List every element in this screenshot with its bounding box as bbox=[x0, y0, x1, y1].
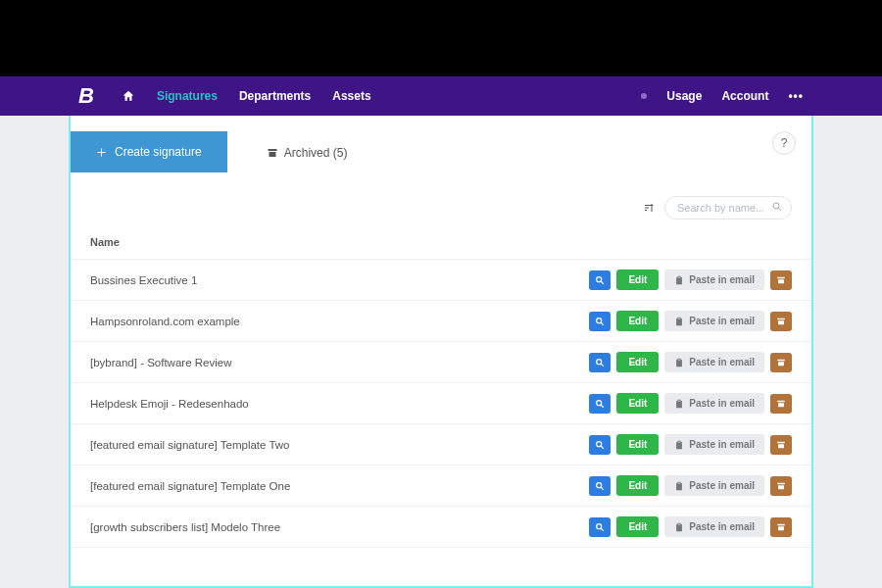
nav-departments[interactable]: Departments bbox=[239, 89, 311, 103]
row-actions: Edit Paste in email bbox=[589, 434, 792, 455]
row-actions: Edit Paste in email bbox=[589, 352, 792, 372]
nav-assets[interactable]: Assets bbox=[332, 89, 370, 103]
table-row: Bussines Executive 1 Edit Paste in email bbox=[71, 260, 811, 301]
table-row: [featured email signature] Template Two … bbox=[71, 424, 811, 466]
nav-signatures[interactable]: Signatures bbox=[157, 89, 218, 103]
nav-right: Usage Account ••• bbox=[641, 89, 804, 103]
archive-button[interactable] bbox=[770, 312, 792, 331]
create-label: Create signature bbox=[115, 145, 202, 159]
edit-button[interactable]: Edit bbox=[616, 311, 659, 331]
magnify-icon bbox=[595, 317, 605, 326]
sort-icon[interactable] bbox=[643, 202, 655, 214]
magnify-icon bbox=[595, 522, 605, 532]
view-button[interactable] bbox=[589, 435, 611, 455]
archive-box-icon bbox=[776, 522, 786, 532]
column-name: Name bbox=[90, 236, 120, 248]
nav-usage[interactable]: Usage bbox=[666, 89, 702, 103]
signatures-card: Create signature Archived (5) ? N bbox=[69, 116, 813, 588]
paste-button[interactable]: Paste in email bbox=[664, 311, 764, 331]
paste-icon bbox=[674, 522, 684, 532]
edit-button[interactable]: Edit bbox=[616, 393, 659, 414]
magnify-icon bbox=[595, 399, 605, 409]
view-button[interactable] bbox=[589, 517, 611, 537]
signature-name: [growth subscribers list] Modelo Three bbox=[90, 521, 280, 533]
archive-button[interactable] bbox=[770, 517, 792, 537]
edit-label: Edit bbox=[628, 439, 647, 450]
svg-line-3 bbox=[602, 281, 605, 284]
archive-button[interactable] bbox=[770, 394, 792, 414]
archive-box-icon bbox=[776, 399, 786, 409]
nav-account[interactable]: Account bbox=[721, 89, 768, 103]
paste-label: Paste in email bbox=[689, 316, 755, 326]
svg-line-13 bbox=[602, 487, 605, 490]
row-actions: Edit Paste in email bbox=[589, 311, 792, 331]
archive-button[interactable] bbox=[770, 270, 792, 290]
edit-label: Edit bbox=[628, 316, 647, 326]
magnify-icon bbox=[595, 358, 605, 368]
edit-label: Edit bbox=[628, 521, 647, 532]
magnify-icon bbox=[595, 440, 605, 450]
edit-button[interactable]: Edit bbox=[616, 475, 659, 496]
row-actions: Edit Paste in email bbox=[589, 393, 792, 414]
search-wrap bbox=[664, 196, 792, 220]
edit-button[interactable]: Edit bbox=[616, 434, 659, 455]
search-input[interactable] bbox=[664, 196, 792, 220]
svg-line-7 bbox=[602, 364, 605, 367]
archive-box-icon bbox=[776, 440, 786, 450]
view-button[interactable] bbox=[589, 312, 611, 331]
view-button[interactable] bbox=[589, 394, 611, 414]
paste-icon bbox=[674, 317, 684, 326]
signature-name: Hampsonroland.com example bbox=[90, 316, 240, 327]
nav-left: B Signatures Departments Assets bbox=[78, 85, 371, 107]
paste-icon bbox=[674, 440, 684, 450]
svg-point-6 bbox=[597, 359, 602, 364]
table-row: Helpdesk Emoji - Redesenhado Edit Paste … bbox=[71, 383, 811, 424]
signature-name: [bybrand] - Software Review bbox=[90, 357, 231, 368]
svg-line-9 bbox=[602, 405, 605, 408]
paste-label: Paste in email bbox=[689, 357, 755, 368]
edit-label: Edit bbox=[628, 357, 647, 368]
paste-label: Paste in email bbox=[689, 398, 755, 409]
help-button[interactable]: ? bbox=[772, 131, 796, 155]
svg-point-14 bbox=[597, 523, 602, 528]
list-toolbar bbox=[71, 182, 811, 229]
create-signature-button[interactable]: Create signature bbox=[71, 131, 227, 172]
archive-button[interactable] bbox=[770, 353, 792, 372]
row-actions: Edit Paste in email bbox=[589, 516, 792, 537]
edit-button[interactable]: Edit bbox=[616, 270, 659, 290]
svg-point-12 bbox=[597, 482, 602, 487]
view-button[interactable] bbox=[589, 270, 611, 290]
svg-point-8 bbox=[597, 400, 602, 405]
archive-button[interactable] bbox=[770, 435, 792, 455]
table-row: Hampsonroland.com example Edit Paste in … bbox=[71, 301, 811, 342]
paste-icon bbox=[674, 358, 684, 368]
more-menu-icon[interactable]: ••• bbox=[788, 89, 804, 103]
edit-button[interactable]: Edit bbox=[616, 516, 659, 537]
archive-box-icon bbox=[776, 317, 786, 326]
view-button[interactable] bbox=[589, 353, 611, 372]
top-nav: B Signatures Departments Assets Usage Ac… bbox=[0, 76, 882, 116]
view-button[interactable] bbox=[589, 476, 611, 496]
table-row: [bybrand] - Software Review Edit Paste i… bbox=[71, 342, 811, 383]
svg-line-11 bbox=[602, 446, 605, 449]
paste-button[interactable]: Paste in email bbox=[664, 475, 764, 496]
table-header: Name bbox=[71, 229, 811, 260]
row-actions: Edit Paste in email bbox=[589, 270, 792, 290]
paste-label: Paste in email bbox=[689, 521, 755, 532]
paste-icon bbox=[674, 399, 684, 409]
signature-name: [featured email signature] Template Two bbox=[90, 439, 290, 451]
card-top: Create signature Archived (5) ? bbox=[71, 116, 811, 172]
archived-link[interactable]: Archived (5) bbox=[267, 146, 348, 160]
paste-icon bbox=[674, 481, 684, 491]
paste-button[interactable]: Paste in email bbox=[664, 352, 764, 372]
paste-button[interactable]: Paste in email bbox=[664, 516, 764, 537]
paste-button[interactable]: Paste in email bbox=[664, 270, 764, 290]
paste-button[interactable]: Paste in email bbox=[664, 434, 764, 455]
paste-icon bbox=[674, 275, 684, 285]
edit-button[interactable]: Edit bbox=[616, 352, 659, 372]
home-icon[interactable] bbox=[122, 89, 135, 103]
signature-name: [featured email signature] Template One bbox=[90, 480, 290, 492]
archive-button[interactable] bbox=[770, 476, 792, 496]
magnify-icon bbox=[595, 481, 605, 491]
paste-button[interactable]: Paste in email bbox=[664, 393, 764, 414]
